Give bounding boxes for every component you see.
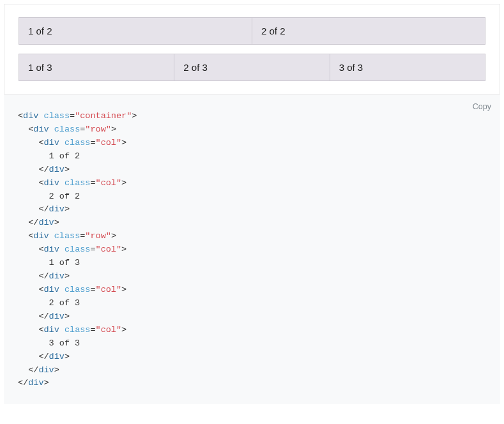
example-col: 2 of 3 [174,54,330,81]
grid-example-panel: 1 of 2 2 of 2 1 of 3 2 of 3 3 of 3 [4,4,500,95]
code-panel: Copy <div class="container"> <div class=… [4,95,500,404]
example-col: 3 of 3 [330,54,485,81]
example-row: 1 of 3 2 of 3 3 of 3 [19,54,485,81]
code-block: <div class="container"> <div class="row"… [18,110,486,390]
copy-button[interactable]: Copy [473,102,491,111]
example-col: 1 of 2 [19,17,252,45]
example-row: 1 of 2 2 of 2 [19,17,485,45]
example-col: 2 of 2 [252,17,485,45]
example-col: 1 of 3 [19,54,174,81]
